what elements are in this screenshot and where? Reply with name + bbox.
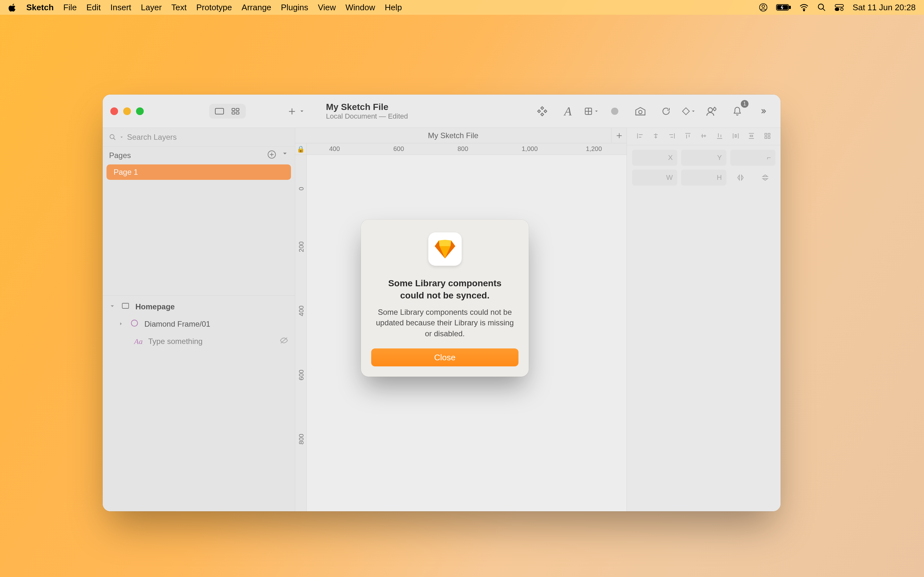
menu-prototype[interactable]: Prototype bbox=[196, 3, 232, 13]
svg-point-1 bbox=[762, 5, 764, 7]
dialog-close-label: Close bbox=[434, 353, 455, 362]
menubar-app-name[interactable]: Sketch bbox=[26, 3, 53, 13]
menu-file[interactable]: File bbox=[63, 3, 77, 13]
menubar-clock[interactable]: Sat 11 Jun 20:28 bbox=[853, 3, 916, 13]
menu-arrange[interactable]: Arrange bbox=[242, 3, 271, 13]
svg-rect-3 bbox=[789, 6, 790, 9]
dialog-title: Some Library components could not be syn… bbox=[371, 277, 519, 301]
battery-icon[interactable] bbox=[776, 3, 791, 11]
app-window: ＋ My Sketch File Local Document — Edited… bbox=[103, 95, 780, 511]
spotlight-icon[interactable] bbox=[817, 3, 826, 12]
sketch-app-icon bbox=[428, 232, 462, 266]
dialog-close-button[interactable]: Close bbox=[371, 348, 519, 366]
macos-menubar: Sketch File Edit Insert Layer Text Proto… bbox=[0, 0, 924, 15]
library-sync-dialog: Some Library components could not be syn… bbox=[361, 219, 529, 377]
svg-point-9 bbox=[841, 8, 843, 11]
menu-view[interactable]: View bbox=[318, 3, 336, 13]
svg-rect-7 bbox=[835, 5, 843, 7]
svg-rect-8 bbox=[835, 8, 839, 11]
svg-point-6 bbox=[819, 4, 824, 9]
account-icon[interactable] bbox=[759, 3, 768, 12]
svg-point-5 bbox=[804, 10, 805, 11]
menu-insert[interactable]: Insert bbox=[110, 3, 131, 13]
apple-icon[interactable] bbox=[8, 3, 17, 11]
menu-edit[interactable]: Edit bbox=[86, 3, 101, 13]
control-center-icon[interactable] bbox=[835, 3, 844, 11]
menu-layer[interactable]: Layer bbox=[141, 3, 162, 13]
menu-text[interactable]: Text bbox=[171, 3, 187, 13]
menu-window[interactable]: Window bbox=[346, 3, 375, 13]
menu-plugins[interactable]: Plugins bbox=[281, 3, 309, 13]
menu-help[interactable]: Help bbox=[384, 3, 402, 13]
dialog-body: Some Library components could not be upd… bbox=[371, 307, 519, 339]
wifi-icon[interactable] bbox=[799, 3, 809, 11]
